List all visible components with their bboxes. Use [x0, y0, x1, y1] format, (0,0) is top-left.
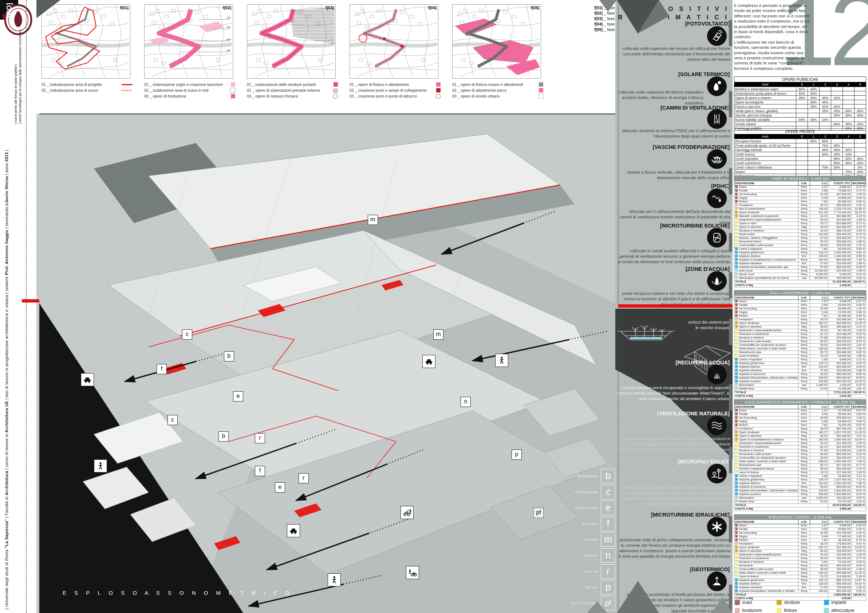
category-swatch-sc: [735, 303, 738, 306]
legend-item: 03 _ opere di restauro fornace: [247, 93, 338, 99]
horizontal-divider: [39, 114, 708, 114]
axonometric-exploded-view: [39, 114, 615, 613]
cost-table-3: SALE ESPOSITIVE PERMANENTI / FORNACE : 1…: [734, 399, 866, 511]
fase-list-item: f[01] _ fase 1: [594, 5, 618, 11]
phyto-basin-icon: [710, 152, 724, 166]
car-icon: [422, 355, 436, 368]
key-biblioteca: bibliotecab: [578, 469, 615, 483]
legend-swatch-circle-red: [429, 94, 440, 99]
phase-map-5: f[05]: [452, 5, 541, 79]
expo-logo-prefix: ex: [1, 14, 5, 18]
table-row: Recupero fornace50%50%: [735, 139, 866, 143]
solar-panel-icon: [710, 29, 724, 43]
category-swatch-sc: [735, 200, 738, 203]
table-row: Piazze e percorsi20%40%40%: [735, 104, 866, 109]
legend-text: 02 _ individuazione area di scavo: [42, 88, 122, 93]
bike-pedestrian-icon: [400, 506, 414, 519]
cost-row: Attrezzature specialistiche per la ricer…: [735, 277, 866, 280]
cost-row: Lavori di finitura€/mq23,70237.000,001,6…: [735, 471, 866, 475]
bio-section-heading: [SOLARE TERMICO]: [678, 71, 730, 77]
category-swatch-sc: [735, 420, 738, 423]
cost-row: Rivestimento sala€/mq83,72334.880,005,82…: [735, 351, 866, 354]
legend-swatch-impianti: [824, 600, 829, 605]
category-swatch-im: [735, 358, 738, 361]
cost-row: Impianto elettrico€/m130,00650.000,0014,…: [735, 582, 866, 586]
key-letter-box: r: [601, 564, 615, 579]
hydro-microturbine-icon: [710, 520, 724, 534]
bio-section-desc: posti nel parco sfruttano i flussi di ve…: [617, 485, 730, 507]
cost-row: Rinterri€/mc7,6260.960,000,56 %: [735, 200, 866, 204]
category-swatch-sc: [735, 416, 738, 419]
cost-row: Paratie€/mc9,9699.600,000,69 %: [735, 413, 866, 416]
cost-row: Infissi esterni, lucernari e scale mobil…: [735, 347, 866, 351]
key-fornace: fornacef: [582, 517, 615, 531]
water-tower-icon: [707, 365, 727, 384]
category-swatch-at: [735, 500, 738, 503]
cost-row: Rivestimento sala€/mq83,72837.200,005,77…: [735, 464, 866, 467]
cost-analysis-column: 12 Il complesso è pensato e progettato i…: [733, 0, 868, 613]
cost-row: Mobilio fisso€/mq23,4370.290,001,61 %: [735, 387, 866, 391]
cost-row: Fondazioni€/mq35,70142.800,002,48 %: [735, 318, 866, 322]
cost-row: Impianto acustico€/mq150,08600.320,0010,…: [735, 380, 866, 384]
cost-row: Controsoffitti e setti acustici€/mq26,00…: [735, 568, 866, 571]
legend-item: 03 _ opere di arredo urbano: [452, 93, 543, 99]
block-marker-r: r: [255, 433, 265, 443]
cost-row: Attrezzaturecad1.000,001.000,000,02 %: [735, 384, 866, 387]
sq-pink-icon: [231, 94, 235, 98]
cost-row: Opere in vetro€/mq78,71629.680,005,77 %: [735, 222, 866, 226]
fase-code: f[01]: [594, 5, 603, 10]
category-swatch-fi: [735, 453, 738, 455]
sq-dotted-icon: [538, 94, 543, 99]
category-swatch-at: [735, 277, 738, 279]
cost-row: Canne e fognature€/mq1,666.640,000,12 %: [735, 358, 866, 362]
legend-text: 02 _ opere di allestimento parco: [452, 88, 532, 93]
key-label: conferenze: [575, 485, 598, 499]
sidebar-text-segment: Liborio Sforza: [5, 176, 9, 205]
map-id-label: f[05]: [531, 5, 539, 10]
category-swatch-st: [735, 546, 738, 549]
cost-row: Muri di contenimento€/mq144,341.154.720,…: [735, 207, 866, 211]
pedestrian-icon: [495, 354, 508, 367]
svg-text:A2: A2: [227, 25, 231, 29]
water-zone-icon: [710, 274, 724, 288]
legend-swatch-sq-lightpink: [224, 82, 235, 87]
cost-row: Opere strutturali€/mq162,27649.080,0011,…: [735, 322, 866, 325]
category-swatch-im: [735, 590, 738, 592]
bioclimatic-title: D I S P O S I T I V I B I O C L I M A T …: [618, 5, 729, 22]
cost-row: Fondazioni€/mq35,70178.500,004,41 %: [735, 542, 866, 546]
category-swatch-im: [735, 380, 738, 382]
cost-row: Impianto acustico€/mq150,081.500.800,008…: [735, 493, 866, 497]
cost-row: Impianto geotermico€/mq133,74668.700,001…: [735, 579, 866, 582]
cost-row: Attrezzaturecad1.000,00100.000,000,02 %: [735, 497, 866, 500]
sidebar-text-segment: "La Sapienza": [5, 519, 9, 548]
category-swatch-sc: [735, 193, 738, 195]
axon-caption: E S P L O S O A S S O N O M E T R I C O: [63, 590, 293, 596]
cost-row: Paratie€/mc9,9639.840,000,69 %: [735, 303, 866, 307]
key-porto-fluviale: porto fluvialepf: [571, 596, 615, 610]
category-swatch-im: [735, 251, 738, 254]
legend-label: finiture: [784, 608, 797, 613]
block-marker-pf: pf: [533, 508, 544, 518]
key-label: fornace: [582, 517, 598, 531]
category-swatch-fi: [735, 333, 738, 335]
cost-row: Infissi esterni, lucernari e scale mobil…: [735, 571, 866, 575]
table-row: Bonifica e sistemazione argini60%40%: [735, 87, 866, 91]
category-swatch-fo: [735, 318, 738, 321]
category-swatch-st: [735, 431, 738, 433]
pedestrian-icon: [328, 573, 341, 587]
block-marker-e: e: [275, 482, 285, 492]
cost-table-title: AREE DI RICERCA : 8.000 mq: [735, 176, 866, 181]
category-swatch-fi: [735, 564, 738, 567]
bio-section-heading: [FOTOVOLTAICO]: [685, 21, 730, 26]
site-plan-map: [350, 5, 437, 77]
category-swatch-fi: [735, 351, 738, 353]
block-marker-b: b: [219, 431, 229, 441]
bio-section-heading: [PDHC]: [711, 183, 730, 189]
sidebar-text-segment: |: [5, 150, 9, 152]
bio-section-desc: l'acqua piovana verrà recuperata e convo…: [617, 385, 730, 401]
key-esposizioni: esposizionie: [575, 500, 615, 515]
category-swatch-sc: [735, 409, 738, 412]
block-marker-e: e: [233, 391, 243, 401]
legend-swatch-sq-pink: [224, 94, 235, 98]
legend-item: 01 _ individuazione area di progetto: [42, 82, 133, 87]
